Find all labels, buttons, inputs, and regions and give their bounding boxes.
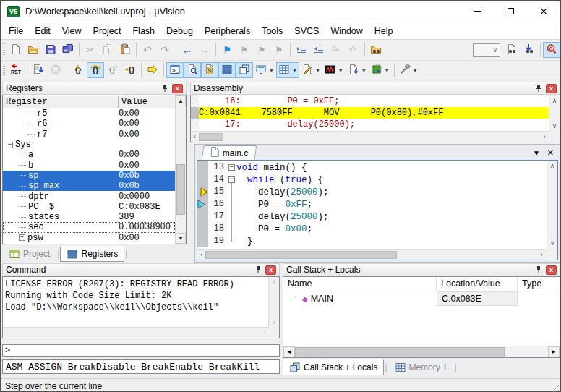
run-button[interactable] [30,62,47,78]
menu-peripherals[interactable]: Peripherals [199,24,256,38]
register-row[interactable]: PC $C:0x083E [3,202,175,212]
command-horizontal-scrollbar[interactable]: ‹› [3,327,268,338]
tab-project[interactable]: Project [2,246,56,262]
memory-window-button[interactable]: ▼ [276,62,299,78]
chevron-down-icon[interactable]: ▼ [361,68,367,73]
editor-gutter[interactable] [197,174,208,186]
editor-gutter[interactable] [197,186,208,198]
serial-window-button[interactable]: ▼ [299,62,322,78]
disassembly-horizontal-scrollbar[interactable]: ‹› [191,131,549,142]
find-text-combobox[interactable]: ∨ [473,43,500,57]
register-row[interactable]: b0x00 [3,160,175,170]
expand-icon[interactable]: + [19,234,25,241]
trace-window-button[interactable]: ▼ [346,62,369,78]
registers-window-button[interactable] [218,62,236,78]
chevron-down-icon[interactable]: ▼ [338,68,343,73]
command-vertical-scrollbar[interactable]: ∧∨ [268,277,279,327]
pin-icon[interactable] [534,265,543,274]
editor-gutter[interactable] [197,223,208,235]
code-line[interactable]: 14− while (true) { [197,174,547,186]
editor-gutter[interactable] [197,198,208,210]
debug-session-button[interactable]: d [543,42,560,58]
callstack-close-icon[interactable]: x [546,265,557,275]
nav-back-button[interactable]: ← [179,42,196,58]
scroll-thumb[interactable] [176,164,185,215]
collapse-icon[interactable]: − [7,142,13,148]
editor-gutter[interactable] [197,210,208,223]
chevron-down-icon[interactable]: ▼ [315,68,320,73]
disassembly-close-icon[interactable]: x [546,84,557,93]
incremental-find-button[interactable] [521,42,538,58]
command-close-icon[interactable]: x [265,265,276,275]
close-button[interactable]: ✕ [527,1,560,22]
code-line[interactable]: 16 P0 = 0xFF; [197,198,547,210]
callstack-window-button[interactable] [236,62,253,78]
callstack-horizontal-scrollbar[interactable]: ◄ ► [283,346,560,357]
step-into-button[interactable]: {} [69,62,87,78]
register-row[interactable]: +psw0x00 [3,233,175,243]
command-window-button[interactable]: >_ [166,62,184,78]
toolbar-grip[interactable] [3,64,5,77]
menu-flash[interactable]: Flash [127,24,160,38]
tab-call-stack-locals[interactable]: Call Stack + Locals [283,359,384,375]
menu-file[interactable]: File [3,24,29,38]
location-column-header[interactable]: Location/Value [437,277,518,291]
editor-vertical-scrollbar[interactable]: ∧∨ [547,161,557,248]
disassembly-window-button[interactable] [184,62,201,78]
show-current-statement-button[interactable] [144,62,161,78]
save-all-button[interactable] [59,42,77,58]
menu-window[interactable]: Window [325,24,368,38]
code-line[interactable]: 13−void main() { [197,161,547,174]
code-editor[interactable]: 13−void main() {14− while (true) {15 del… [197,160,558,260]
disassembly-line[interactable]: 16: P0 = 0xFF; [191,95,549,107]
disassembly-line[interactable]: 17: delay(25000); [191,119,549,130]
paste-button[interactable] [116,42,134,58]
symbol-window-button[interactable]: S [201,62,218,78]
menu-project[interactable]: Project [87,24,127,38]
scroll-right-icon[interactable]: ► [548,346,560,358]
command-output[interactable]: LICENSE ERROR (R207(3): REGISTRY READ ER… [2,276,280,338]
name-column-header[interactable]: Name [283,277,437,291]
new-file-button[interactable] [7,42,25,58]
register-row[interactable]: r50x00 [3,108,175,119]
disassembly-line[interactable]: C:0x0841 7580FF MOV P0(0x80),#0xFF [191,107,549,119]
register-row[interactable]: dptr0x0000 [3,191,175,201]
breakpoint-gutter[interactable] [191,107,199,119]
unindent-button[interactable] [310,42,327,58]
step-over-button[interactable]: {} [87,62,104,78]
find-button[interactable] [503,42,521,58]
code-line[interactable]: 15 delay(25000); [197,186,547,198]
reset-button[interactable]: RST [7,62,25,78]
toolbar-grip[interactable] [3,43,5,56]
watch-window-button[interactable]: ▼ [253,62,276,78]
tab-close-icon[interactable]: ✕ [547,148,554,158]
type-column-header[interactable]: Type [518,277,560,291]
find-in-files-button[interactable] [367,42,385,58]
editor-gutter[interactable] [197,235,208,247]
scroll-down-icon[interactable]: ▼ [176,233,186,244]
tab-list-dropdown-icon[interactable]: ▼ [533,149,540,157]
maximize-button[interactable] [494,1,527,22]
menu-edit[interactable]: Edit [29,24,56,38]
command-keywords-bar[interactable]: ASM ASSIGN BreakDisable BreakEnable Brea… [2,359,280,374]
pin-icon[interactable] [254,265,262,274]
analysis-window-button[interactable]: ▼ [322,62,346,78]
code-line[interactable]: 19 } [197,235,547,247]
callstack-row[interactable]: ◆MAINC:0x083E [283,291,560,306]
registers-vertical-scrollbar[interactable]: ▲ ▼ [175,95,186,244]
menu-view[interactable]: View [56,24,87,38]
disassembly-view[interactable]: 16: P0 = 0xFF; C:0x0841 7580FF MOV P0(0x… [190,95,560,142]
menu-debug[interactable]: Debug [160,24,199,38]
bookmark-button[interactable]: ⚑ [218,42,236,58]
register-row[interactable]: sp0x0b [3,171,175,181]
fold-collapse-icon[interactable]: − [228,176,235,183]
register-row[interactable]: a0x00 [3,150,175,160]
scroll-up-icon[interactable]: ▲ [176,95,186,106]
register-column-header[interactable]: Register [3,95,119,108]
menu-tools[interactable]: Tools [256,24,288,38]
debug-toolbar-tools-button[interactable]: ▼ [397,62,420,78]
minimize-button[interactable] [461,1,494,22]
editor-gutter[interactable] [197,161,208,174]
system-viewer-button[interactable]: ▼ [369,62,392,78]
register-row[interactable]: r60x00 [3,119,175,129]
